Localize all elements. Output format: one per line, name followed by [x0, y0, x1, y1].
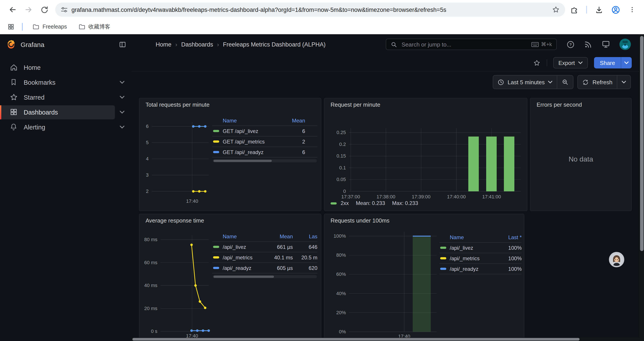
panel-p1: Total requests per minute6543217:40NameM…	[139, 98, 321, 211]
legend-column-header[interactable]: Mean	[279, 118, 318, 124]
grafana-logo-icon[interactable]	[6, 39, 16, 49]
sidebar-item-alerting[interactable]: Alerting	[0, 120, 132, 134]
apps-grid-icon[interactable]	[6, 22, 16, 32]
series-name: GET /api/_livez	[223, 128, 279, 134]
series-color-pill	[213, 267, 219, 269]
export-button[interactable]: Export	[553, 57, 588, 69]
grid-icon	[10, 108, 18, 117]
panel-p3: Errors per secondNo data	[530, 98, 632, 211]
svg-text:17:41:00: 17:41:00	[482, 194, 501, 199]
back-icon[interactable]	[8, 5, 18, 15]
legend-row[interactable]: /api/_readyz605 µs620	[212, 263, 318, 273]
sidebar-item-bookmarks[interactable]: Bookmarks	[0, 76, 132, 90]
series-value: 605 µs	[259, 265, 293, 271]
download-icon[interactable]	[594, 5, 604, 15]
monitor-icon[interactable]	[602, 40, 610, 49]
legend-row[interactable]: /api/_readyz100%	[439, 264, 522, 274]
bookmark-item[interactable]: Freeleaps	[29, 22, 70, 32]
legend-scrollbar-thumb[interactable]	[214, 276, 274, 278]
collapse-sidebar-icon[interactable]	[119, 41, 126, 48]
forward-icon[interactable]	[24, 5, 33, 15]
legend-column-header[interactable]: Las	[293, 233, 318, 240]
profile-icon[interactable]	[611, 5, 620, 15]
chevron-down-icon[interactable]	[120, 81, 124, 84]
keyboard-icon	[531, 42, 539, 47]
url-bar[interactable]: grafana.mathmast.com/d/deytv4rwavabkb/fr…	[55, 3, 565, 17]
legend-row[interactable]: /api/_livez661 µs646	[212, 242, 318, 252]
series-name: /api/_livez	[450, 245, 498, 251]
horizontal-scrollbar-thumb[interactable]	[132, 338, 580, 340]
brand-name: Grafana	[20, 41, 119, 48]
svg-text:17:37:00: 17:37:00	[341, 194, 360, 199]
breadcrumb-separator: ›	[175, 41, 177, 48]
dashboard-toolbar: Export Share	[132, 55, 644, 72]
legend-column-header[interactable]: Name	[223, 118, 279, 124]
floating-assistant-avatar[interactable]	[609, 252, 624, 267]
legend-table: NameLast */api/_livez100%/api/_metrics10…	[439, 233, 522, 274]
refresh-button[interactable]: Refresh	[578, 76, 617, 89]
horizontal-scrollbar[interactable]	[132, 337, 639, 341]
zoom-out-time-icon[interactable]	[558, 76, 573, 89]
series-name: /api/_readyz	[450, 266, 498, 272]
dashboard-canvas: Export Share Last 5 minutes	[132, 55, 644, 341]
share-dropdown-icon[interactable]	[621, 57, 632, 69]
breadcrumb-item[interactable]: Home	[156, 41, 172, 48]
chevron-down-icon[interactable]	[120, 126, 124, 129]
breadcrumb-item[interactable]: Dashboards	[181, 41, 213, 48]
browser-toolbar: grafana.mathmast.com/d/deytv4rwavabkb/fr…	[0, 0, 644, 19]
legend-row[interactable]: /api/_metrics40.1 ms20.5 m	[212, 252, 318, 263]
legend-column-header[interactable]: Mean	[259, 233, 293, 240]
chart-plot[interactable]: 0.250.20.150.10.05017:37:0017:38:0017:39…	[324, 98, 528, 211]
legend-scrollbar-thumb[interactable]	[214, 160, 272, 162]
sidebar-item-label: Bookmarks	[24, 79, 120, 86]
legend-row[interactable]: GET /api/_readyz6	[212, 147, 318, 158]
series-name: /api/_livez	[223, 244, 259, 250]
share-button[interactable]: Share	[594, 57, 632, 69]
svg-text:17:40:00: 17:40:00	[447, 194, 466, 199]
favorite-star-icon[interactable]	[533, 59, 540, 67]
breadcrumb-separator: ›	[217, 41, 219, 48]
url-text[interactable]: grafana.mathmast.com/d/deytv4rwavabkb/fr…	[72, 6, 552, 13]
refresh-interval-dropdown[interactable]	[617, 76, 630, 89]
legend-inline[interactable]: 2xxMean: 0.233Max: 0.233	[330, 200, 418, 206]
series-value: 100%	[498, 255, 522, 261]
search-input[interactable]	[401, 41, 531, 48]
bookmark-star-icon[interactable]	[552, 6, 560, 14]
legend-column-header[interactable]: Name	[450, 234, 498, 240]
legend-scrollbar[interactable]	[212, 275, 317, 278]
panel-title[interactable]: Errors per second	[536, 101, 582, 108]
help-icon[interactable]: ?	[566, 40, 575, 49]
time-range-picker[interactable]: Last 5 minutes	[493, 76, 557, 89]
series-color-pill	[440, 247, 446, 249]
vertical-scrollbar[interactable]	[639, 34, 644, 341]
folder-icon	[32, 23, 40, 30]
sidebar-item-starred[interactable]: Starred	[0, 90, 132, 104]
series-color-pill	[213, 256, 219, 258]
legend-row[interactable]: /api/_livez100%	[439, 243, 522, 253]
sidebar-item-home[interactable]: Home	[0, 61, 132, 75]
news-rss-icon[interactable]	[584, 40, 592, 49]
extensions-icon[interactable]	[570, 5, 579, 15]
bookmarks-bar: Freeleaps收藏博客	[0, 19, 644, 35]
home-icon	[10, 63, 18, 72]
chevron-down-icon[interactable]	[120, 111, 124, 114]
legend-column-header[interactable]: Name	[223, 233, 259, 240]
menu-dots-icon[interactable]	[627, 5, 637, 15]
svg-text:17:38:00: 17:38:00	[376, 194, 396, 199]
vertical-scrollbar-thumb[interactable]	[640, 36, 643, 251]
site-settings-icon[interactable]	[60, 6, 68, 14]
legend-row[interactable]: /api/_metrics100%	[439, 253, 522, 264]
sidebar-item-dashboards[interactable]: Dashboards	[0, 105, 132, 119]
legend-scrollbar[interactable]	[212, 159, 317, 162]
series-name: /api/_readyz	[223, 265, 259, 271]
user-avatar[interactable]	[620, 39, 631, 50]
bookmark-item[interactable]: 收藏博客	[75, 22, 114, 32]
chevron-down-icon[interactable]	[120, 96, 124, 99]
search-box[interactable]: ⌘+k	[386, 39, 557, 50]
legend-column-header[interactable]: Last *	[498, 234, 522, 240]
reload-icon[interactable]	[40, 5, 49, 15]
svg-text:0: 0	[343, 188, 346, 194]
legend-row[interactable]: GET /api/_livez6	[212, 126, 318, 137]
series-value: 2	[279, 138, 318, 145]
legend-row[interactable]: GET /api/_metrics2	[212, 137, 318, 147]
